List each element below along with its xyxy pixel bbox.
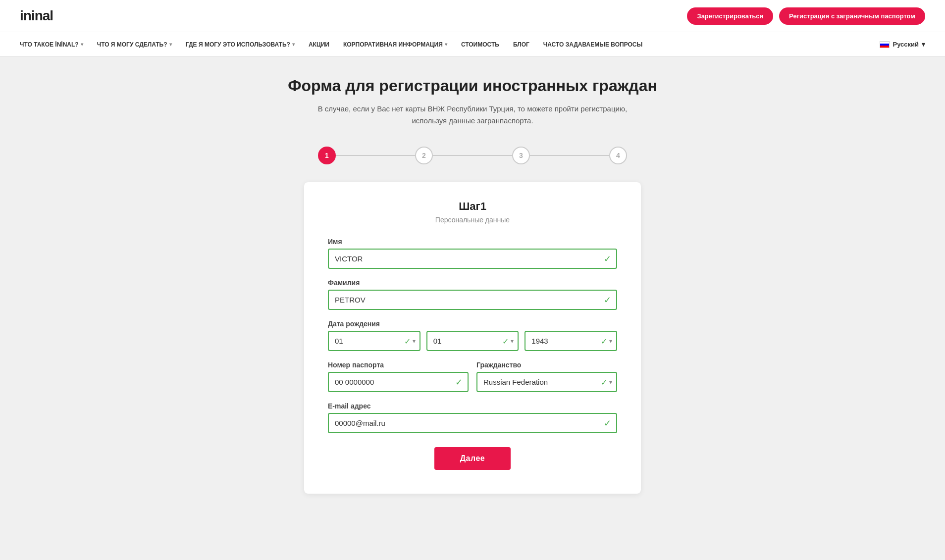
last-name-input-wrap: ✓ [328,290,617,310]
check-icon: ✓ [455,377,463,388]
check-icon: ✓ [604,254,611,264]
passport-field-group: Номер паспорта ✓ [328,361,469,392]
register-button[interactable]: Зарегистрироваться [687,7,773,25]
birth-day-select[interactable]: 01 [328,331,420,351]
chevron-down-icon: ▾ [922,41,925,48]
birth-day-wrap: 01 ✓ ▾ [328,331,420,351]
passport-input[interactable] [328,372,469,392]
last-name-label: Фамилия [328,279,617,287]
first-name-field-group: Имя ✓ [328,238,617,269]
form-card-title: Шаг1 [328,200,617,213]
nav: ЧТО ТАКОЕ İNİNAL? ▾ ЧТО Я МОГУ СДЕЛАТЬ? … [0,32,945,57]
chevron-down-icon: ▾ [292,42,295,47]
page-content: Форма для регистрации иностранных гражда… [0,57,945,560]
step-circle-2: 2 [415,147,433,164]
birth-year-select[interactable]: 1943 [525,331,617,351]
step-circle-3: 3 [512,147,530,164]
nav-item-faq[interactable]: ЧАСТО ЗАДАВАЕМЫЕ ВОПРОСЫ [543,41,642,48]
first-name-label: Имя [328,238,617,246]
birth-date-field-group: Дата рождения 01 ✓ ▾ 01 ✓ [328,320,617,351]
step-line-2-3 [433,155,512,156]
submit-button[interactable]: Далее [434,447,511,470]
chevron-down-icon: ▾ [445,42,447,47]
citizenship-field-group: Гражданство Russian Federation ✓ ▾ [476,361,617,392]
chevron-down-icon: ▾ [81,42,83,47]
passport-citizenship-row: Номер паспорта ✓ Гражданство Russian Fed… [328,361,617,392]
page-subtitle: В случае, если у Вас нет карты ВНЖ Респу… [0,103,945,127]
language-selector[interactable]: Русский ▾ [880,41,925,48]
submit-row: Далее [328,447,617,470]
header: ininal Зарегистрироваться Регистрация с … [0,0,945,32]
nav-item-what-is[interactable]: ЧТО ТАКОЕ İNİNAL? ▾ [20,41,83,48]
nav-item-what-can[interactable]: ЧТО Я МОГУ СДЕЛАТЬ? ▾ [97,41,172,48]
logo-text: ininal [20,8,53,23]
email-input-wrap: ✓ [328,413,617,433]
page-title: Форма для регистрации иностранных гражда… [0,77,945,95]
email-label: E-mail адрес [328,402,617,410]
step-line-3-4 [530,155,609,156]
nav-item-corporate[interactable]: КОРПОРАТИВНАЯ ИНФОРМАЦИЯ ▾ [343,41,447,48]
nav-item-promotions[interactable]: АКЦИИ [309,41,329,48]
last-name-input[interactable] [328,290,617,310]
form-card-subtitle: Персональные данные [328,216,617,224]
chevron-down-icon: ▾ [169,42,172,47]
check-icon: ✓ [604,418,611,429]
birth-date-label: Дата рождения [328,320,617,328]
form-card: Шаг1 Персональные данные Имя ✓ Фамилия ✓… [304,182,641,494]
header-buttons: Зарегистрироваться Регистрация с заграни… [687,7,925,25]
step-line-1-2 [336,155,415,156]
birth-month-wrap: 01 ✓ ▾ [426,331,519,351]
step-circle-4: 4 [609,147,627,164]
first-name-input-wrap: ✓ [328,249,617,269]
stepper: 1 2 3 4 [299,147,646,164]
logo[interactable]: ininal [20,8,53,24]
passport-label: Номер паспорта [328,361,469,369]
first-name-input[interactable] [328,249,617,269]
citizenship-select[interactable]: Russian Federation [476,372,617,392]
nav-item-where[interactable]: ГДЕ Я МОГУ ЭТО ИСПОЛЬЗОВАТЬ? ▾ [186,41,295,48]
date-row: 01 ✓ ▾ 01 ✓ ▾ [328,331,617,351]
foreign-passport-button[interactable]: Регистрация с заграничным паспортом [779,7,925,25]
step-4: 4 [609,147,627,164]
citizenship-label: Гражданство [476,361,617,369]
birth-year-wrap: 1943 ✓ ▾ [525,331,617,351]
birth-month-select[interactable]: 01 [426,331,519,351]
passport-input-wrap: ✓ [328,372,469,392]
email-input[interactable] [328,413,617,433]
step-2: 2 [415,147,433,164]
email-field-group: E-mail адрес ✓ [328,402,617,433]
last-name-field-group: Фамилия ✓ [328,279,617,310]
step-circle-1: 1 [318,147,336,164]
step-1: 1 [318,147,336,164]
step-3: 3 [512,147,530,164]
nav-item-blog[interactable]: БЛОГ [513,41,529,48]
nav-item-cost[interactable]: Стоимость [461,41,499,48]
russian-flag-icon [880,41,890,48]
check-icon: ✓ [604,295,611,305]
citizenship-select-wrap: Russian Federation ✓ ▾ [476,372,617,392]
